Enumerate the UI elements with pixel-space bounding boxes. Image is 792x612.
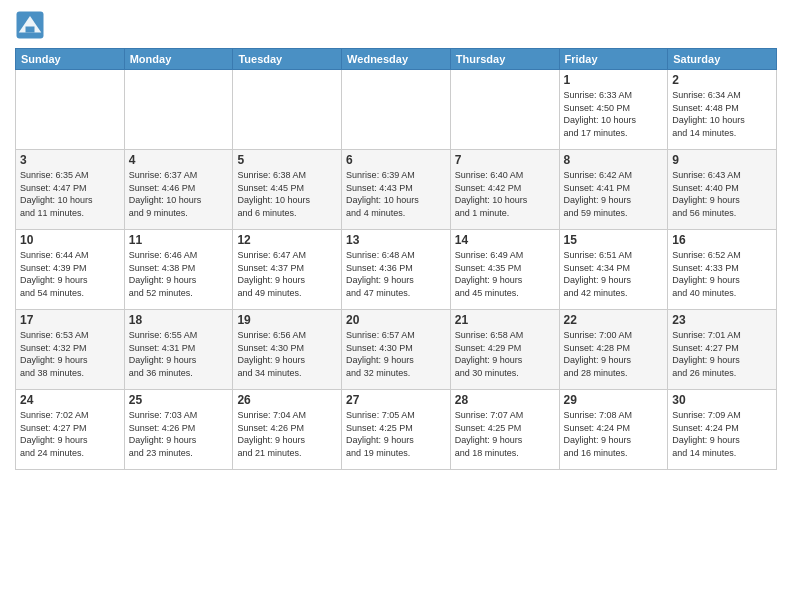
- day-number: 3: [20, 153, 120, 167]
- day-number: 27: [346, 393, 446, 407]
- day-info: Sunrise: 6:33 AM Sunset: 4:50 PM Dayligh…: [564, 89, 664, 139]
- calendar-day-cell: 15Sunrise: 6:51 AM Sunset: 4:34 PM Dayli…: [559, 230, 668, 310]
- day-number: 6: [346, 153, 446, 167]
- day-number: 15: [564, 233, 664, 247]
- calendar-day-cell: 4Sunrise: 6:37 AM Sunset: 4:46 PM Daylig…: [124, 150, 233, 230]
- day-number: 7: [455, 153, 555, 167]
- day-number: 22: [564, 313, 664, 327]
- day-number: 1: [564, 73, 664, 87]
- day-info: Sunrise: 6:57 AM Sunset: 4:30 PM Dayligh…: [346, 329, 446, 379]
- calendar-day-cell: 13Sunrise: 6:48 AM Sunset: 4:36 PM Dayli…: [342, 230, 451, 310]
- day-info: Sunrise: 6:56 AM Sunset: 4:30 PM Dayligh…: [237, 329, 337, 379]
- day-info: Sunrise: 6:51 AM Sunset: 4:34 PM Dayligh…: [564, 249, 664, 299]
- day-info: Sunrise: 7:07 AM Sunset: 4:25 PM Dayligh…: [455, 409, 555, 459]
- day-number: 20: [346, 313, 446, 327]
- calendar-week-row: 10Sunrise: 6:44 AM Sunset: 4:39 PM Dayli…: [16, 230, 777, 310]
- calendar-day-cell: 21Sunrise: 6:58 AM Sunset: 4:29 PM Dayli…: [450, 310, 559, 390]
- day-number: 2: [672, 73, 772, 87]
- calendar-table: SundayMondayTuesdayWednesdayThursdayFrid…: [15, 48, 777, 470]
- calendar-day-cell: 8Sunrise: 6:42 AM Sunset: 4:41 PM Daylig…: [559, 150, 668, 230]
- day-info: Sunrise: 7:03 AM Sunset: 4:26 PM Dayligh…: [129, 409, 229, 459]
- calendar-day-cell: 26Sunrise: 7:04 AM Sunset: 4:26 PM Dayli…: [233, 390, 342, 470]
- day-info: Sunrise: 6:44 AM Sunset: 4:39 PM Dayligh…: [20, 249, 120, 299]
- calendar-day-cell: 12Sunrise: 6:47 AM Sunset: 4:37 PM Dayli…: [233, 230, 342, 310]
- day-info: Sunrise: 6:52 AM Sunset: 4:33 PM Dayligh…: [672, 249, 772, 299]
- calendar-week-row: 3Sunrise: 6:35 AM Sunset: 4:47 PM Daylig…: [16, 150, 777, 230]
- calendar-container: SundayMondayTuesdayWednesdayThursdayFrid…: [0, 0, 792, 612]
- day-info: Sunrise: 7:00 AM Sunset: 4:28 PM Dayligh…: [564, 329, 664, 379]
- calendar-day-cell: 14Sunrise: 6:49 AM Sunset: 4:35 PM Dayli…: [450, 230, 559, 310]
- calendar-week-row: 24Sunrise: 7:02 AM Sunset: 4:27 PM Dayli…: [16, 390, 777, 470]
- day-number: 12: [237, 233, 337, 247]
- calendar-week-row: 1Sunrise: 6:33 AM Sunset: 4:50 PM Daylig…: [16, 70, 777, 150]
- svg-rect-2: [26, 27, 35, 33]
- day-header: Sunday: [16, 49, 125, 70]
- calendar-day-cell: 30Sunrise: 7:09 AM Sunset: 4:24 PM Dayli…: [668, 390, 777, 470]
- day-info: Sunrise: 6:55 AM Sunset: 4:31 PM Dayligh…: [129, 329, 229, 379]
- calendar-day-cell: [450, 70, 559, 150]
- calendar-day-cell: 28Sunrise: 7:07 AM Sunset: 4:25 PM Dayli…: [450, 390, 559, 470]
- day-info: Sunrise: 7:04 AM Sunset: 4:26 PM Dayligh…: [237, 409, 337, 459]
- day-number: 14: [455, 233, 555, 247]
- day-info: Sunrise: 6:37 AM Sunset: 4:46 PM Dayligh…: [129, 169, 229, 219]
- calendar-day-cell: 23Sunrise: 7:01 AM Sunset: 4:27 PM Dayli…: [668, 310, 777, 390]
- calendar-day-cell: 18Sunrise: 6:55 AM Sunset: 4:31 PM Dayli…: [124, 310, 233, 390]
- day-number: 24: [20, 393, 120, 407]
- day-header: Wednesday: [342, 49, 451, 70]
- day-number: 5: [237, 153, 337, 167]
- header: [15, 10, 777, 40]
- day-number: 10: [20, 233, 120, 247]
- day-number: 13: [346, 233, 446, 247]
- day-info: Sunrise: 6:49 AM Sunset: 4:35 PM Dayligh…: [455, 249, 555, 299]
- day-header: Thursday: [450, 49, 559, 70]
- calendar-day-cell: 20Sunrise: 6:57 AM Sunset: 4:30 PM Dayli…: [342, 310, 451, 390]
- day-number: 17: [20, 313, 120, 327]
- day-info: Sunrise: 6:53 AM Sunset: 4:32 PM Dayligh…: [20, 329, 120, 379]
- day-info: Sunrise: 6:46 AM Sunset: 4:38 PM Dayligh…: [129, 249, 229, 299]
- day-info: Sunrise: 7:09 AM Sunset: 4:24 PM Dayligh…: [672, 409, 772, 459]
- calendar-day-cell: [233, 70, 342, 150]
- calendar-day-cell: 16Sunrise: 6:52 AM Sunset: 4:33 PM Dayli…: [668, 230, 777, 310]
- day-info: Sunrise: 6:47 AM Sunset: 4:37 PM Dayligh…: [237, 249, 337, 299]
- day-info: Sunrise: 6:34 AM Sunset: 4:48 PM Dayligh…: [672, 89, 772, 139]
- calendar-day-cell: 5Sunrise: 6:38 AM Sunset: 4:45 PM Daylig…: [233, 150, 342, 230]
- day-info: Sunrise: 6:38 AM Sunset: 4:45 PM Dayligh…: [237, 169, 337, 219]
- day-header: Friday: [559, 49, 668, 70]
- calendar-day-cell: 6Sunrise: 6:39 AM Sunset: 4:43 PM Daylig…: [342, 150, 451, 230]
- day-info: Sunrise: 6:40 AM Sunset: 4:42 PM Dayligh…: [455, 169, 555, 219]
- calendar-day-cell: 22Sunrise: 7:00 AM Sunset: 4:28 PM Dayli…: [559, 310, 668, 390]
- day-header: Monday: [124, 49, 233, 70]
- calendar-day-cell: 29Sunrise: 7:08 AM Sunset: 4:24 PM Dayli…: [559, 390, 668, 470]
- calendar-day-cell: [16, 70, 125, 150]
- day-info: Sunrise: 6:48 AM Sunset: 4:36 PM Dayligh…: [346, 249, 446, 299]
- calendar-week-row: 17Sunrise: 6:53 AM Sunset: 4:32 PM Dayli…: [16, 310, 777, 390]
- day-info: Sunrise: 6:39 AM Sunset: 4:43 PM Dayligh…: [346, 169, 446, 219]
- header-row: SundayMondayTuesdayWednesdayThursdayFrid…: [16, 49, 777, 70]
- day-info: Sunrise: 6:58 AM Sunset: 4:29 PM Dayligh…: [455, 329, 555, 379]
- day-number: 23: [672, 313, 772, 327]
- day-header: Tuesday: [233, 49, 342, 70]
- day-number: 4: [129, 153, 229, 167]
- logo: [15, 10, 49, 40]
- day-info: Sunrise: 7:02 AM Sunset: 4:27 PM Dayligh…: [20, 409, 120, 459]
- calendar-day-cell: 27Sunrise: 7:05 AM Sunset: 4:25 PM Dayli…: [342, 390, 451, 470]
- day-number: 30: [672, 393, 772, 407]
- day-info: Sunrise: 6:43 AM Sunset: 4:40 PM Dayligh…: [672, 169, 772, 219]
- day-number: 29: [564, 393, 664, 407]
- logo-icon: [15, 10, 45, 40]
- calendar-day-cell: 10Sunrise: 6:44 AM Sunset: 4:39 PM Dayli…: [16, 230, 125, 310]
- day-number: 21: [455, 313, 555, 327]
- day-number: 25: [129, 393, 229, 407]
- day-number: 16: [672, 233, 772, 247]
- calendar-day-cell: 19Sunrise: 6:56 AM Sunset: 4:30 PM Dayli…: [233, 310, 342, 390]
- day-number: 8: [564, 153, 664, 167]
- calendar-day-cell: 1Sunrise: 6:33 AM Sunset: 4:50 PM Daylig…: [559, 70, 668, 150]
- calendar-day-cell: 11Sunrise: 6:46 AM Sunset: 4:38 PM Dayli…: [124, 230, 233, 310]
- day-info: Sunrise: 7:01 AM Sunset: 4:27 PM Dayligh…: [672, 329, 772, 379]
- calendar-day-cell: 25Sunrise: 7:03 AM Sunset: 4:26 PM Dayli…: [124, 390, 233, 470]
- day-info: Sunrise: 7:05 AM Sunset: 4:25 PM Dayligh…: [346, 409, 446, 459]
- calendar-day-cell: 24Sunrise: 7:02 AM Sunset: 4:27 PM Dayli…: [16, 390, 125, 470]
- day-info: Sunrise: 6:42 AM Sunset: 4:41 PM Dayligh…: [564, 169, 664, 219]
- calendar-day-cell: [124, 70, 233, 150]
- day-number: 9: [672, 153, 772, 167]
